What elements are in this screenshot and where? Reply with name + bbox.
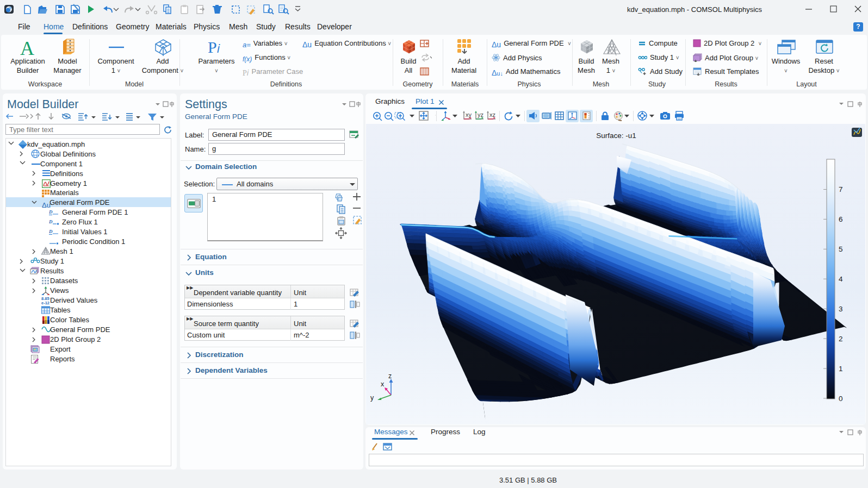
- svg-text:D: D: [48, 229, 53, 234]
- svg-text:1: 1: [839, 365, 843, 373]
- svg-text:4: 4: [839, 275, 843, 283]
- svg-text:e-12: e-12: [41, 301, 49, 305]
- svg-text:D: D: [48, 209, 53, 215]
- svg-text:xy: xy: [466, 111, 472, 118]
- svg-text:5: 5: [839, 245, 843, 253]
- svg-text:Surface: -u1: Surface: -u1: [596, 132, 636, 140]
- svg-text:z: z: [388, 372, 392, 380]
- svg-text:yz: yz: [478, 111, 483, 118]
- svg-text:xz: xz: [489, 111, 495, 118]
- svg-text:7: 7: [839, 185, 843, 193]
- svg-text:D: D: [48, 219, 53, 224]
- svg-text:0: 0: [839, 395, 843, 403]
- svg-text:x: x: [381, 380, 385, 388]
- svg-text:2: 2: [839, 335, 843, 343]
- svg-text:6: 6: [839, 215, 843, 223]
- svg-text:y: y: [370, 394, 374, 402]
- svg-text:3: 3: [839, 305, 843, 313]
